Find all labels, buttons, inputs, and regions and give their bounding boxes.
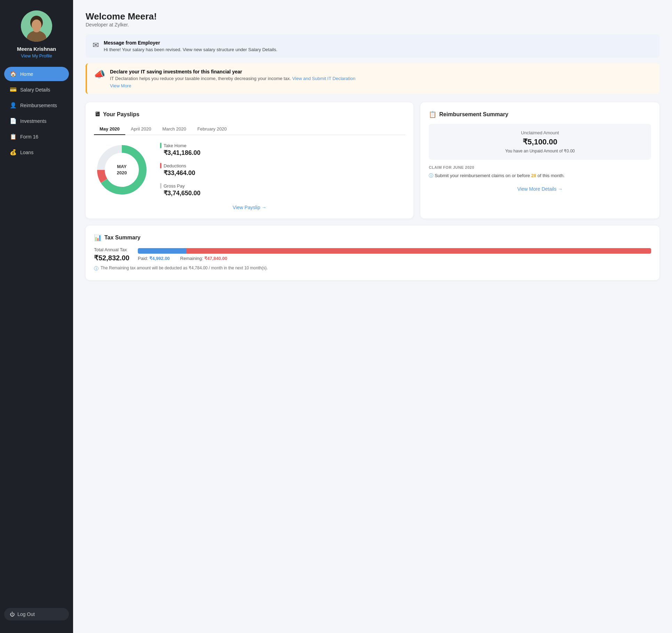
gross-pay-label: Gross Pay: [164, 183, 185, 189]
power-icon: ⏻: [10, 611, 15, 617]
remaining-label: Remaining:: [180, 256, 203, 261]
sidebar-item-salary-label: Salary Details: [20, 87, 50, 93]
reimbursement-title: 📋 Reimbursement Summary: [429, 111, 651, 118]
envelope-icon: ✉: [93, 41, 99, 50]
reimb-icon: 📋: [429, 111, 436, 118]
claim-title: CLAIM FOR JUNE 2020: [429, 165, 651, 169]
tax-left: Total Annual Tax ₹52,832.00: [94, 247, 129, 262]
tax-bar-paid: [138, 248, 186, 254]
tax-title-text: Tax Summary: [104, 235, 141, 241]
tax-note: ⓘ The Remaining tax amount will be deduc…: [94, 266, 651, 272]
sidebar-item-investments[interactable]: 📄 Investments: [4, 114, 69, 128]
total-label: Total Annual Tax: [94, 247, 129, 252]
unclaimed-label: Unclaimed Amount: [435, 130, 645, 135]
form16-icon: 📋: [10, 133, 17, 140]
avatar-image: [21, 10, 52, 42]
it-title: Declare your IT saving investments for t…: [110, 69, 355, 74]
view-payslip-link[interactable]: View Payslip →: [94, 205, 405, 210]
payslips-card: 🖥 Your Payslips May 2020 April 2020 Marc…: [86, 102, 413, 219]
remaining-value: ₹47,840.00: [204, 256, 227, 261]
info-icon: ⓘ: [94, 266, 98, 272]
tax-summary-title: 📊 Tax Summary: [94, 234, 651, 242]
tax-note-text: The Remaining tax amount will be deducte…: [101, 266, 268, 270]
donut-center-label: MAY 2020: [117, 164, 127, 176]
tax-summary-card: 📊 Tax Summary Total Annual Tax ₹52,832.0…: [86, 225, 659, 280]
tax-bar-bg: [138, 248, 651, 254]
tax-bar-wrap: Paid: ₹4,992.00 Remaining: ₹47,840.00: [138, 248, 651, 261]
gross-pay-bar-indicator: [160, 183, 161, 189]
main-content: Welcome Meera! Developer at Zylker. ✉ Me…: [73, 0, 672, 633]
logout-button[interactable]: ⏻ Log Out: [4, 608, 69, 620]
it-banner-content: Declare your IT saving investments for t…: [110, 69, 355, 88]
paid-label: Paid:: [138, 256, 148, 261]
sidebar-item-invest-label: Investments: [20, 118, 46, 124]
sidebar-item-loans-label: Loans: [20, 150, 33, 155]
deductions-bar-indicator: [160, 163, 161, 168]
sidebar-item-form16-label: Form 16: [20, 134, 38, 140]
sidebar-item-home[interactable]: 🏠 Home: [4, 67, 69, 81]
sidebar-item-reimb-label: Reimbursements: [20, 103, 57, 108]
message-title: Message from Employer: [104, 40, 277, 46]
logout-label: Log Out: [17, 611, 35, 617]
claim-text-after: of this month.: [537, 173, 564, 178]
claim-icon: ⓘ: [429, 173, 433, 178]
take-home-value: ₹3,41,186.00: [164, 149, 200, 157]
avatar: [21, 10, 52, 42]
gross-pay-value: ₹3,74,650.00: [164, 189, 200, 197]
it-view-more-link[interactable]: View More: [110, 83, 355, 88]
tax-row: Total Annual Tax ₹52,832.00 Paid: ₹4,992…: [94, 247, 651, 262]
view-more-details-link[interactable]: View More Details →: [429, 186, 651, 192]
deductions-value: ₹33,464.00: [164, 169, 200, 177]
message-banner: ✉ Message from Employer Hi there! Your s…: [86, 34, 659, 58]
tax-icon: 📊: [94, 234, 102, 242]
payslips-title: 🖥 Your Payslips: [94, 111, 405, 118]
sidebar-item-form16[interactable]: 📋 Form 16: [4, 129, 69, 144]
payslip-stats: Take Home ₹3,41,186.00 Deductions ₹33,46…: [160, 143, 200, 197]
tax-bar-remaining: [186, 248, 651, 254]
total-amount: ₹52,832.00: [94, 254, 129, 262]
it-text-body: IT Declaration helps you reduce your tax…: [110, 76, 291, 81]
donut-month: MAY: [117, 164, 127, 169]
paid-value: ₹4,992.00: [149, 256, 170, 261]
it-declaration-link[interactable]: View and Submit IT Declaration: [292, 76, 356, 81]
reimbursements-icon: 👤: [10, 102, 17, 109]
tab-february-2020[interactable]: February 2020: [192, 124, 232, 135]
svg-point-4: [33, 27, 40, 32]
megaphone-icon: 📣: [94, 69, 105, 80]
user-name: Meera Krishnan: [17, 46, 56, 52]
sidebar-item-loans[interactable]: 💰 Loans: [4, 145, 69, 159]
investments-icon: 📄: [10, 118, 17, 124]
stat-deductions: Deductions ₹33,464.00: [160, 163, 200, 177]
cards-row: 🖥 Your Payslips May 2020 April 2020 Marc…: [86, 102, 659, 219]
tab-april-2020[interactable]: April 2020: [125, 124, 157, 135]
unclaimed-amount: ₹5,100.00: [435, 137, 645, 147]
sidebar-nav: 🏠 Home 💳 Salary Details 👤 Reimbursements…: [0, 67, 73, 608]
tab-march-2020[interactable]: March 2020: [157, 124, 192, 135]
unclaimed-box: Unclaimed Amount ₹5,100.00 You have an U…: [429, 124, 651, 160]
sidebar-item-home-label: Home: [20, 71, 33, 77]
claim-text: ⓘ Submit your reimbursement claims on or…: [429, 172, 651, 179]
payslip-tabs: May 2020 April 2020 March 2020 February …: [94, 124, 405, 135]
payslip-body: MAY 2020 Take Home ₹3,41,186.00: [94, 142, 405, 198]
sidebar: Meera Krishnan View My Profile 🏠 Home 💳 …: [0, 0, 73, 633]
tax-labels: Paid: ₹4,992.00 Remaining: ₹47,840.00: [138, 256, 651, 261]
loans-icon: 💰: [10, 149, 17, 156]
donut-year: 2020: [117, 170, 127, 175]
reimbursement-card: 📋 Reimbursement Summary Unclaimed Amount…: [420, 102, 659, 219]
tab-may-2020[interactable]: May 2020: [94, 124, 125, 135]
take-home-label: Take Home: [164, 143, 187, 148]
salary-icon: 💳: [10, 86, 17, 93]
claim-date: 28: [531, 173, 536, 178]
view-profile-link[interactable]: View My Profile: [21, 53, 52, 58]
message-content: Message from Employer Hi there! Your sal…: [104, 40, 277, 52]
reimbursement-title-text: Reimbursement Summary: [439, 111, 508, 118]
donut-chart: MAY 2020: [94, 142, 150, 198]
sidebar-item-salary-details[interactable]: 💳 Salary Details: [4, 82, 69, 97]
remaining-label-group: Remaining: ₹47,840.00: [180, 256, 227, 261]
welcome-title: Welcome Meera!: [86, 11, 659, 22]
sidebar-item-reimbursements[interactable]: 👤 Reimbursements: [4, 98, 69, 112]
stat-take-home: Take Home ₹3,41,186.00: [160, 143, 200, 157]
it-text: IT Declaration helps you reduce your tax…: [110, 76, 355, 81]
claim-text-before: Submit your reimbursement claims on or b…: [435, 173, 530, 178]
deductions-label: Deductions: [164, 163, 186, 168]
